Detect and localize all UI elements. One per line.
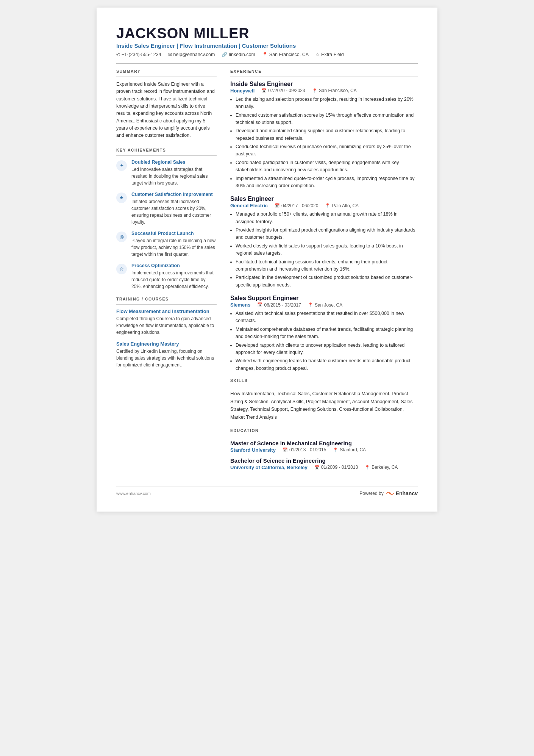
experience-list: Inside Sales Engineer Honeywell 📅07/2020… [230, 81, 418, 372]
skills-text: Flow Instrumentation, Technical Sales, C… [230, 390, 418, 421]
experience-item: Sales Engineer General Electric 📅04/2017… [230, 196, 418, 289]
job-company: General Electric [230, 203, 268, 208]
location-icon: 📍 [365, 465, 370, 470]
calendar-icon: 📅 [257, 302, 262, 307]
bullet-item: Led the sizing and selection process for… [236, 96, 418, 111]
achievement-title: Process Optimization [131, 263, 217, 268]
achievements-label: KEY ACHIEVEMENTS [116, 148, 217, 152]
bullet-item: Facilitated technical training sessions … [236, 258, 418, 273]
email-contact: ✉ help@enhancv.com [168, 52, 215, 57]
education-label: EDUCATION [230, 428, 418, 433]
footer-website: www.enhancv.com [116, 491, 151, 496]
edu-degree: Master of Science in Mechanical Engineer… [230, 440, 418, 446]
footer-brand: Powered by Enhancv [359, 490, 418, 496]
achievement-icon: ◎ [116, 232, 127, 242]
job-company: Siemens [230, 302, 250, 308]
edu-school: University of California, Berkeley [230, 465, 308, 470]
candidate-name: JACKSON MILLER [116, 26, 418, 42]
achievement-item: ★ Customer Satisfaction Improvement Init… [116, 192, 217, 225]
training-desc: Completed through Coursera to gain advan… [116, 315, 217, 336]
achievement-desc: Played an integral role in launching a n… [131, 237, 217, 258]
edu-school: Stanford University [230, 447, 276, 453]
achievements-list: ✦ Doubled Regional Sales Led innovative … [116, 160, 217, 290]
job-location: 📍San Francisco, CA [312, 88, 357, 93]
training-list: Flow Measurement and Instrumentation Com… [116, 308, 217, 368]
job-company: Honeywell [230, 88, 255, 94]
bullet-item: Conducted technical reviews of purchase … [236, 143, 418, 158]
calendar-icon: 📅 [275, 203, 280, 208]
location-icon: 📍 [325, 203, 330, 208]
training-title: Flow Measurement and Instrumentation [116, 308, 217, 314]
job-meta: Honeywell 📅07/2020 - 09/2023 📍San Franci… [230, 88, 418, 94]
training-label: TRAINING / COURSES [116, 297, 217, 301]
summary-divider [116, 77, 217, 77]
job-meta: General Electric 📅04/2017 - 06/2020 📍Pal… [230, 203, 418, 208]
edu-degree: Bachelor of Science in Engineering [230, 457, 418, 464]
achievement-icon: ★ [116, 193, 127, 203]
bullet-item: Developed and maintained strong supplier… [236, 127, 418, 142]
experience-label: EXPERIENCE [230, 69, 418, 74]
skills-divider [230, 386, 418, 386]
job-bullets: Assisted with technical sales presentati… [236, 310, 418, 372]
job-location: 📍San Jose, CA [308, 302, 342, 308]
bullet-item: Participated in the development of custo… [236, 274, 418, 289]
powered-by-text: Powered by [359, 491, 383, 496]
achievement-item: ✦ Doubled Regional Sales Led innovative … [116, 160, 217, 186]
education-list: Master of Science in Mechanical Engineer… [230, 440, 418, 470]
location-icon: 📍 [308, 302, 313, 307]
bullet-item: Provided insights for optimized product … [236, 227, 418, 241]
job-location: 📍Palo Alto, CA [325, 203, 359, 208]
bullet-item: Managed a portfolio of 50+ clients, achi… [236, 211, 418, 225]
job-title: Sales Engineer [230, 196, 418, 202]
training-item: Sales Engineering Mastery Certified by L… [116, 341, 217, 368]
phone-contact: ✆ +1-(234)-555-1234 [116, 52, 161, 57]
achievement-desc: Initiated processes that increased custo… [131, 198, 217, 225]
calendar-icon: 📅 [283, 448, 288, 452]
achievement-title: Doubled Regional Sales [131, 160, 217, 165]
job-dates: 📅07/2020 - 09/2023 [261, 88, 305, 93]
header-divider [116, 63, 418, 64]
bullet-item: Worked closely with field sales to suppo… [236, 243, 418, 257]
body-columns: SUMMARY Experienced Inside Sales Enginee… [116, 69, 418, 475]
svg-point-0 [389, 492, 390, 494]
experience-item: Sales Support Engineer Siemens 📅06/2015 … [230, 295, 418, 372]
training-item: Flow Measurement and Instrumentation Com… [116, 308, 217, 336]
achievement-desc: Led innovative sales strategies that res… [131, 166, 217, 186]
bullet-item: Developed rapport with clients to uncove… [236, 342, 418, 357]
edu-dates: 📅01/2009 - 01/2013 [314, 465, 358, 470]
achievement-icon: ✦ [116, 160, 127, 171]
left-column: SUMMARY Experienced Inside Sales Enginee… [116, 69, 217, 475]
job-title: Sales Support Engineer [230, 295, 418, 302]
skills-label: SKILLS [230, 378, 418, 383]
linkedin-icon: 🔗 [222, 52, 227, 57]
job-meta: Siemens 📅06/2015 - 03/2017 📍San Jose, CA [230, 302, 418, 308]
training-desc: Certified by LinkedIn Learning, focusing… [116, 348, 217, 368]
education-item: Bachelor of Science in Engineering Unive… [230, 457, 418, 470]
education-item: Master of Science in Mechanical Engineer… [230, 440, 418, 453]
contact-row: ✆ +1-(234)-555-1234 ✉ help@enhancv.com 🔗… [116, 52, 418, 57]
location-icon: 📍 [333, 448, 338, 452]
achievement-item: ☆ Process Optimization Implemented proce… [116, 263, 217, 290]
bullet-item: Maintained comprehensive databases of ma… [236, 326, 418, 341]
edu-location: 📍Berkeley, CA [365, 465, 398, 470]
achievements-divider [116, 155, 217, 156]
achievement-content: Successful Product Launch Played an inte… [131, 231, 217, 258]
training-title: Sales Engineering Mastery [116, 341, 217, 347]
phone-icon: ✆ [116, 52, 120, 57]
bullet-item: Enhanced customer satisfaction scores by… [236, 112, 418, 127]
right-column: EXPERIENCE Inside Sales Engineer Honeywe… [230, 69, 418, 475]
candidate-title: Inside Sales Engineer | Flow Instrumenta… [116, 42, 418, 49]
experience-divider [230, 77, 418, 77]
achievement-icon: ☆ [116, 264, 127, 274]
training-divider [116, 304, 217, 305]
extra-icon: ☆ [315, 52, 320, 57]
achievement-content: Customer Satisfaction Improvement Initia… [131, 192, 217, 225]
location-icon: 📍 [312, 88, 317, 93]
job-bullets: Led the sizing and selection process for… [236, 96, 418, 190]
job-dates: 📅04/2017 - 06/2020 [275, 203, 318, 208]
header: JACKSON MILLER Inside Sales Engineer | F… [116, 26, 418, 57]
achievement-content: Process Optimization Implemented process… [131, 263, 217, 290]
email-icon: ✉ [168, 52, 172, 57]
edu-location: 📍Stanford, CA [333, 447, 366, 452]
experience-item: Inside Sales Engineer Honeywell 📅07/2020… [230, 81, 418, 190]
